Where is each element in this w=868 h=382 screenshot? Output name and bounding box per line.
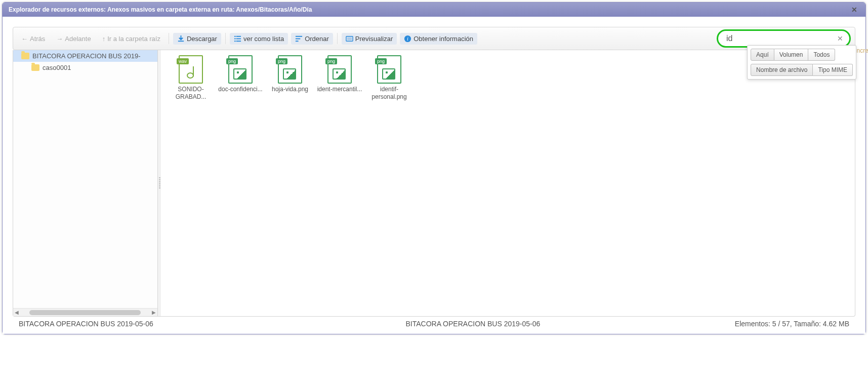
svg-rect-5 xyxy=(234,41,236,42)
info-label: Obtener información xyxy=(414,35,473,43)
svg-rect-7 xyxy=(296,35,302,36)
status-bar: BITACORA OPERACION BUS 2019-05-06 BITACO… xyxy=(13,317,855,334)
image-glyph-icon xyxy=(333,68,346,80)
explorer-window: Explorador de recursos externos: Anexos … xyxy=(2,2,866,334)
download-button[interactable]: Descargar xyxy=(173,33,221,45)
list-icon xyxy=(234,35,241,43)
sort-icon xyxy=(295,35,303,43)
file-icon: png xyxy=(228,55,253,84)
file-item[interactable]: png ident-mercantil... xyxy=(315,53,364,103)
file-badge: png xyxy=(375,58,387,64)
file-item[interactable]: wav SONIDO-GRABAD... xyxy=(166,53,216,103)
svg-rect-8 xyxy=(296,38,300,39)
root-label: Ir a la carpeta raíz xyxy=(107,35,160,43)
tree-horizontal-scrollbar[interactable]: ◀ ▶ xyxy=(13,308,157,316)
search-field-filename[interactable]: Nombre de archivo xyxy=(751,64,813,76)
file-badge: png xyxy=(276,58,287,64)
scroll-thumb[interactable] xyxy=(29,310,141,315)
file-label: doc-confidenci... xyxy=(217,86,264,93)
search-options-popup: Aquí Volumen Todos Nombre de archivo Tip… xyxy=(747,45,856,80)
back-button[interactable]: ← Atrás xyxy=(17,33,49,45)
search-scope-all[interactable]: Todos xyxy=(808,49,835,61)
status-summary: Elementos: 5 / 57, Tamaño: 4.62 MB xyxy=(735,320,849,328)
svg-rect-6 xyxy=(236,41,241,42)
toolbar-separator xyxy=(225,33,226,44)
file-item[interactable]: png identif-personal.png xyxy=(364,53,414,103)
svg-rect-3 xyxy=(234,38,236,39)
file-icon: wav xyxy=(179,55,203,84)
svg-rect-2 xyxy=(236,35,241,36)
toolbar-separator xyxy=(169,33,169,44)
search-scope-volume[interactable]: Volumen xyxy=(774,49,809,61)
info-icon: i xyxy=(404,35,411,43)
clear-search-icon[interactable]: ✕ xyxy=(834,34,846,43)
preview-icon xyxy=(346,35,353,43)
image-glyph-icon xyxy=(283,68,296,80)
list-view-button[interactable]: ver como lista xyxy=(230,33,288,45)
forward-button[interactable]: → Adelante xyxy=(52,33,95,45)
svg-rect-11 xyxy=(347,37,352,40)
download-label: Descargar xyxy=(187,35,217,43)
titlebar[interactable]: Explorador de recursos externos: Anexos … xyxy=(3,3,865,17)
file-badge: png xyxy=(325,58,337,64)
file-item[interactable]: png hoja-vida.png xyxy=(265,53,315,103)
scroll-right-icon[interactable]: ▶ xyxy=(150,310,157,315)
preview-label: Previsualizar xyxy=(355,35,393,43)
svg-rect-9 xyxy=(296,41,299,42)
search-input[interactable] xyxy=(721,32,834,45)
folder-icon xyxy=(21,53,29,59)
window-title: Explorador de recursos externos: Anexos … xyxy=(9,6,849,13)
image-glyph-icon xyxy=(233,68,246,80)
arrow-left-icon: ← xyxy=(21,35,28,43)
info-button[interactable]: i Obtener información xyxy=(400,33,477,45)
toolbar: ← Atrás → Adelante ↑ Ir a la carpeta raí… xyxy=(13,27,855,50)
file-badge: png xyxy=(226,58,238,64)
file-icon: png xyxy=(327,55,352,84)
file-icon: png xyxy=(377,55,401,84)
file-label: hoja-vida.png xyxy=(266,86,314,93)
toolbar-separator xyxy=(337,33,338,44)
status-path-left: BITACORA OPERACION BUS 2019-05-06 xyxy=(19,320,211,328)
search-scope-row: Aquí Volumen Todos xyxy=(751,49,853,61)
arrow-up-icon: ↑ xyxy=(102,35,106,43)
arrow-right-icon: → xyxy=(56,35,63,43)
folder-icon xyxy=(31,64,39,71)
file-item[interactable]: png doc-confidenci... xyxy=(216,53,265,103)
svg-rect-0 xyxy=(178,41,184,42)
svg-text:i: i xyxy=(407,36,408,42)
svg-rect-4 xyxy=(236,38,241,39)
tree-item[interactable]: caso0001 xyxy=(13,62,157,73)
grip-icon xyxy=(159,177,160,189)
file-grid[interactable]: wav SONIDO-GRABAD... png doc-confidenci.… xyxy=(161,50,855,316)
folder-tree[interactable]: BITACORA OPERACION BUS 2019- caso0001 ◀ … xyxy=(13,50,158,316)
scroll-left-icon[interactable]: ◀ xyxy=(13,310,20,315)
explorer-body: BITACORA OPERACION BUS 2019- caso0001 ◀ … xyxy=(13,50,855,317)
file-label: ident-mercantil... xyxy=(316,86,363,93)
close-icon[interactable]: ✕ xyxy=(849,6,859,14)
sort-label: Ordenar xyxy=(305,35,329,43)
forward-label: Adelante xyxy=(65,35,91,43)
search-field-row: Nombre de archivo Tipo MIME xyxy=(751,64,853,76)
file-label: identif-personal.png xyxy=(365,86,413,101)
search-field-mime[interactable]: Tipo MIME xyxy=(813,64,853,76)
tree-item-label: caso0001 xyxy=(43,64,71,71)
sort-button[interactable]: Ordenar xyxy=(291,33,333,45)
search-scope-here[interactable]: Aquí xyxy=(751,49,774,61)
status-path-center: BITACORA OPERACION BUS 2019-05-06 xyxy=(211,320,735,328)
tree-item-label: BITACORA OPERACION BUS 2019- xyxy=(32,52,141,60)
tree-item[interactable]: BITACORA OPERACION BUS 2019- xyxy=(13,50,157,62)
list-view-label: ver como lista xyxy=(243,35,284,43)
file-icon: png xyxy=(278,55,302,84)
image-glyph-icon xyxy=(382,68,395,80)
audio-note-icon xyxy=(187,66,194,79)
preview-button[interactable]: Previsualizar xyxy=(342,33,397,45)
download-icon xyxy=(177,35,185,43)
file-label: SONIDO-GRABAD... xyxy=(167,86,215,101)
root-button[interactable]: ↑ Ir a la carpeta raíz xyxy=(98,33,164,45)
back-label: Atrás xyxy=(30,35,45,43)
file-badge: wav xyxy=(177,58,189,64)
svg-rect-1 xyxy=(234,35,236,36)
